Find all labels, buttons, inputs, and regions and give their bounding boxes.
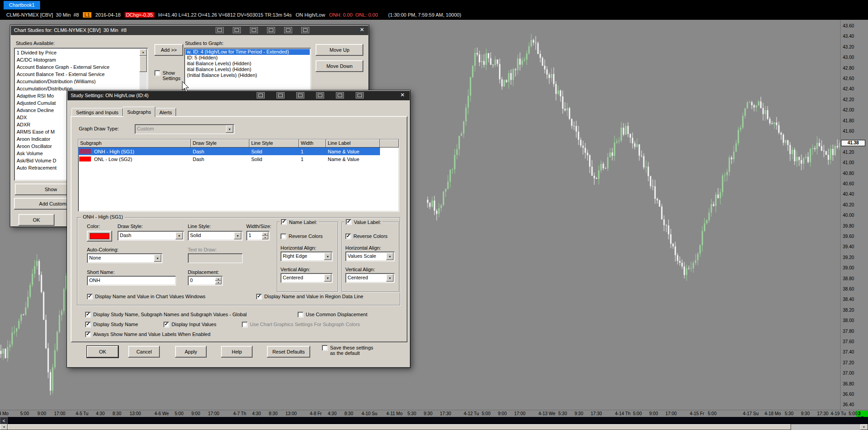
value-reverse-colors-checkbox[interactable]: ✓ Reverse Colors: [345, 233, 388, 239]
studies-available-item[interactable]: Accumulation/Distribution (Williams): [15, 78, 140, 85]
tab-subgraphs[interactable]: Subgraphs: [123, 107, 155, 117]
save-as-default-checkbox[interactable]: Save these settings as the default: [322, 345, 373, 356]
graph-draw-type-select[interactable]: Custom ▼: [135, 124, 235, 134]
window-layout-icon[interactable]: [336, 92, 344, 99]
subgraph-row-onl[interactable]: ONL - Low (SG2) Dash Solid 1 Name & Valu…: [78, 155, 380, 163]
displacement-stepper[interactable]: 0 ▲ ▼: [188, 276, 223, 286]
subgraph-color-swatch[interactable]: [79, 149, 91, 154]
horizontal-scrollbar[interactable]: ◄ ►: [0, 424, 868, 430]
chart-studies-titlebar[interactable]: Chart Studies for: CLM6-NYMEX [CBV] 30 M…: [11, 26, 368, 35]
use-common-displacement-checkbox[interactable]: Use Common Displacement: [298, 312, 367, 318]
auto-coloring-label: Auto-Coloring:: [87, 247, 118, 252]
studies-available-item[interactable]: 1 Divided by Price: [15, 49, 140, 56]
studies-to-graph-item[interactable]: w. ID: 4 (High/Low for Time Period - Ext…: [185, 49, 310, 55]
color-swatch-button[interactable]: [87, 231, 112, 242]
column-header[interactable]: Line Label: [326, 139, 380, 148]
tab-settings-and-inputs[interactable]: Settings and Inputs: [72, 108, 123, 116]
price-tick-label: 42.00: [843, 108, 854, 112]
name-reverse-colors-checkbox[interactable]: Reverse Colors: [280, 233, 323, 239]
use-chart-graphics-checkbox[interactable]: Use Chart Graphics Settings For Subgraph…: [242, 322, 360, 327]
subgraph-width: 1: [299, 149, 326, 154]
window-layout-icon[interactable]: [257, 92, 265, 99]
studies-to-graph-item[interactable]: itial Balance Levels) (Hidden): [185, 67, 310, 72]
time-axis-label: 4:30: [96, 411, 104, 416]
window-layout-icon[interactable]: [316, 92, 324, 99]
subgraph-table[interactable]: Subgraph Draw Style Line Style Width Lin…: [78, 139, 399, 212]
time-axis-label: 5:30: [407, 411, 416, 416]
auto-coloring-select[interactable]: None ▼: [87, 253, 163, 263]
time-axis-label: 5:00: [175, 411, 183, 416]
add-study-button[interactable]: Add >>: [154, 44, 183, 56]
price-tick-label: 41.20: [843, 150, 854, 155]
window-layout-icon[interactable]: [233, 27, 241, 33]
tab-alerts[interactable]: Alerts: [155, 108, 176, 116]
scroll-left-icon[interactable]: <: [0, 417, 8, 424]
time-axis[interactable]: 3 LE 4-4 Mo5:009:0017:004-5 Tu4:308:3013…: [0, 410, 868, 417]
name-vertical-align-select[interactable]: Centered ▼: [280, 273, 333, 283]
tab-chartbook1[interactable]: Chartbook1: [4, 1, 40, 9]
scroll-right-arrow-icon[interactable]: ►: [860, 424, 868, 430]
close-icon[interactable]: ✕: [398, 92, 407, 99]
text-to-draw-input[interactable]: [188, 253, 243, 263]
display-study-name-checkbox[interactable]: ✓ Display Study Name: [85, 322, 138, 327]
help-button[interactable]: Help: [221, 346, 253, 358]
subgraph-row-onh[interactable]: ONH - High (SG1) Dash Solid 1 Name & Val…: [78, 148, 380, 155]
studies-to-graph-item[interactable]: itial Balance Levels) (Hidden): [185, 61, 310, 67]
display-region-line-checkbox[interactable]: ✓ Display Name and Value in Region Data …: [256, 294, 363, 300]
ok-button[interactable]: OK: [87, 346, 118, 358]
studies-available-item[interactable]: Account Balance Text - External Service: [15, 71, 140, 78]
column-header[interactable]: Line Style: [249, 139, 299, 148]
studies-available-item[interactable]: Account Balance Graph - External Service: [15, 63, 140, 71]
window-layout-icon[interactable]: [216, 27, 224, 33]
column-header[interactable]: Width: [299, 139, 326, 148]
move-down-button[interactable]: Move Down: [316, 60, 363, 72]
move-up-button[interactable]: Move Up: [316, 44, 363, 56]
display-global-checkbox[interactable]: ✓ Display Study Name, Subgraph Names and…: [85, 312, 247, 318]
value-label-checkbox[interactable]: ✓ Value Label:: [344, 219, 382, 225]
price-tick-label: 38.60: [843, 287, 854, 291]
studies-to-graph-item[interactable]: (Initial Balance Levels) (Hidden): [185, 72, 310, 78]
checkbox-box: [280, 233, 286, 239]
stepper-arrows[interactable]: ▲ ▼: [262, 232, 268, 239]
always-show-labels-checkbox[interactable]: ✓ Always Show Name and Value Labels When…: [85, 331, 210, 337]
time-axis-label: 9:30: [574, 411, 583, 416]
time-axis-label: 4-18 Mo: [764, 411, 781, 416]
window-layout-icon[interactable]: [301, 27, 309, 33]
show-settings-checkbox[interactable]: Show Settings: [154, 70, 181, 81]
window-layout-icon[interactable]: [284, 27, 292, 33]
price-scale[interactable]: 41.38 43.6043.4043.2043.0042.8042.6042.4…: [841, 0, 868, 417]
width-size-stepper[interactable]: 1 ▲ ▼: [246, 231, 270, 241]
stepper-arrows[interactable]: ▲ ▼: [215, 277, 222, 284]
studies-to-graph-item[interactable]: ID: 5 (Hidden): [185, 55, 310, 61]
column-header[interactable]: Draw Style: [191, 139, 249, 148]
name-label-checkbox[interactable]: ✓ Name Label:: [280, 219, 318, 225]
display-chart-values-checkbox[interactable]: ✓ Display Name and Value in Chart Values…: [87, 294, 205, 300]
column-header[interactable]: Subgraph: [78, 139, 191, 148]
window-layout-icon[interactable]: [276, 92, 285, 99]
window-layout-icon[interactable]: [356, 92, 364, 99]
time-axis-label: 9:00: [37, 411, 46, 416]
apply-button[interactable]: Apply: [175, 346, 207, 358]
line-style-select[interactable]: Solid ▼: [188, 231, 243, 241]
study-settings-titlebar[interactable]: Study Settings: ON High/Low (ID:4) ✕: [68, 91, 410, 100]
cancel-button[interactable]: Cancel: [128, 346, 160, 358]
studies-available-item[interactable]: AC/DC Histogram: [15, 56, 140, 63]
window-layout-icon[interactable]: [267, 27, 275, 33]
time-axis-label: 4-8 Fr: [310, 411, 322, 416]
scroll-left-arrow-icon[interactable]: ◄: [0, 424, 8, 430]
close-icon[interactable]: ✕: [357, 27, 366, 34]
value-horizontal-align-select[interactable]: Values Scale ▼: [345, 251, 395, 261]
window-layout-icon[interactable]: [250, 27, 258, 33]
reset-defaults-button[interactable]: Reset Defaults: [267, 346, 310, 358]
scrollbar-thumb[interactable]: [8, 424, 791, 430]
scrollbar-thumb[interactable]: [140, 56, 147, 72]
scroll-up-icon[interactable]: ▲: [140, 49, 147, 56]
draw-style-select[interactable]: Dash ▼: [118, 231, 184, 241]
short-name-input[interactable]: ONH: [87, 276, 176, 286]
name-horizontal-align-select[interactable]: Right Edge ▼: [280, 251, 333, 261]
chart-studies-ok-button[interactable]: OK: [18, 214, 54, 226]
subgraph-color-swatch[interactable]: [79, 157, 91, 161]
value-vertical-align-select[interactable]: Centered ▼: [345, 273, 395, 283]
display-input-values-checkbox[interactable]: ✓ Display Input Values: [163, 322, 216, 327]
window-layout-icon[interactable]: [296, 92, 304, 99]
